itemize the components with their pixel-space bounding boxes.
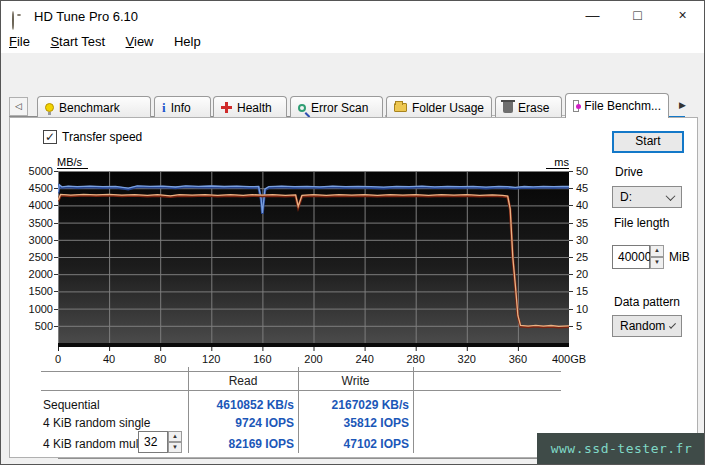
axis-tick-mark <box>54 223 58 224</box>
file-length-value: 40000 <box>618 250 651 264</box>
read-column-header: Read <box>188 374 298 388</box>
drive-dropdown[interactable]: D: <box>612 186 682 208</box>
y-axis-left-tick: 1500 <box>25 285 53 297</box>
spinner-up-button[interactable]: ▲ <box>168 431 182 442</box>
axis-tick-mark <box>569 240 573 241</box>
random-multi-write-value: 47102 IOPS <box>304 437 409 451</box>
data-pattern-dropdown[interactable]: Random <box>612 315 682 337</box>
axis-tick-mark <box>569 171 573 172</box>
chevron-down-icon <box>666 191 676 201</box>
health-cross-icon <box>221 102 232 113</box>
row-label-sequential: Sequential <box>43 398 100 412</box>
file-benchmark-icon <box>573 100 579 112</box>
tab-info[interactable]: i Info <box>154 96 211 118</box>
axis-tick-mark <box>569 223 573 224</box>
tab-benchmark[interactable]: Benchmark <box>37 96 151 118</box>
axis-tick-mark <box>54 205 58 206</box>
toolbar: WD Blue SN5000 1TB 87°F ↓ Exit <box>1 53 705 93</box>
tab-label: Error Scan <box>311 101 368 115</box>
axis-tick-mark <box>569 326 573 327</box>
y-axis-right-tick: 50 <box>576 165 588 177</box>
close-button[interactable]: × <box>660 1 705 31</box>
transfer-speed-label: Transfer speed <box>62 130 142 144</box>
file-length-label: File length <box>614 216 669 230</box>
y-axis-left-tick: 2500 <box>25 251 53 263</box>
tab-scroll-right-button[interactable]: ▶ <box>673 97 692 116</box>
axis-tick-mark <box>54 257 58 258</box>
y-axis-right-tick: 10 <box>576 303 588 315</box>
watermark: www.ssd-tester.fr <box>537 433 705 464</box>
tab-file-benchmark[interactable]: File Benchm... <box>565 93 669 118</box>
y-axis-left-tick: 3000 <box>25 234 53 246</box>
y-axis-left-tick: 5000 <box>25 165 53 177</box>
random-single-read-value: 9724 IOPS <box>194 416 294 430</box>
tab-label: Health <box>237 101 272 115</box>
tab-scroll-left-button[interactable]: ◁ <box>9 97 28 116</box>
row-label-random-multi: 4 KiB random multi <box>43 437 144 451</box>
tab-label: Folder Usage <box>412 101 484 115</box>
data-pattern-value: Random <box>620 319 665 333</box>
start-button[interactable]: Start <box>612 131 684 153</box>
y-axis-right-tick: 15 <box>576 285 588 297</box>
axis-tick-mark <box>54 309 58 310</box>
tab-health[interactable]: Health <box>213 96 287 118</box>
spinner-down-button[interactable]: ▼ <box>168 442 182 453</box>
window-title: HD Tune Pro 6.10 <box>34 9 138 24</box>
y-axis-left-tick: 1000 <box>25 303 53 315</box>
chevron-down-icon <box>669 321 676 328</box>
x-axis-tick: 360 <box>496 353 540 365</box>
table-divider <box>41 371 561 372</box>
random-single-write-value: 35812 IOPS <box>304 416 409 430</box>
tab-label: Erase <box>518 101 549 115</box>
axis-tick-mark <box>54 274 58 275</box>
file-length-input[interactable]: 40000 <box>612 245 650 269</box>
menu-start-test[interactable]: Start Test <box>42 31 113 52</box>
y-axis-right-tick: 35 <box>576 217 588 229</box>
y-axis-right-tick: 40 <box>576 199 588 211</box>
x-axis-tick: 120 <box>189 353 233 365</box>
minimize-button[interactable]: — <box>570 1 615 31</box>
title-bar: HD Tune Pro 6.10 — □ × <box>1 1 705 31</box>
tab-erase[interactable]: Erase <box>495 96 562 118</box>
y-axis-left-tick: 2000 <box>25 268 53 280</box>
x-axis-tick: 0 <box>36 353 80 365</box>
tab-error-scan[interactable]: Error Scan <box>290 96 383 118</box>
random-multi-read-value: 82169 IOPS <box>194 437 294 451</box>
menu-help[interactable]: Help <box>166 31 209 52</box>
transfer-speed-checkbox[interactable]: ✓ <box>43 130 57 144</box>
axis-tick-mark <box>54 291 58 292</box>
spinner-down-button[interactable]: ▼ <box>650 257 664 269</box>
transfer-speed-chart <box>58 171 569 351</box>
x-axis-tick: 280 <box>394 353 438 365</box>
write-column-header: Write <box>298 374 413 388</box>
menu-view[interactable]: View <box>118 31 162 52</box>
queue-depth-value: 32 <box>144 435 157 449</box>
x-axis-tick: 200 <box>292 353 336 365</box>
y-axis-left-tick: 4500 <box>25 182 53 194</box>
axis-tick-mark <box>569 274 573 275</box>
magnifier-icon <box>298 104 306 112</box>
axis-tick-mark <box>569 257 573 258</box>
x-axis-tick: 40 <box>87 353 131 365</box>
x-axis-tick: 320 <box>445 353 489 365</box>
info-icon: i <box>162 100 166 116</box>
axis-tick-mark <box>54 240 58 241</box>
maximize-button[interactable]: □ <box>615 1 660 31</box>
axis-tick-mark <box>54 188 58 189</box>
x-axis-tick: 240 <box>343 353 387 365</box>
hd-tune-window: HD Tune Pro 6.10 — □ × File Start Test V… <box>0 0 705 465</box>
tab-label: Info <box>171 101 191 115</box>
y-axis-right-tick: 25 <box>576 251 588 263</box>
row-label-random-single: 4 KiB random single <box>43 416 150 430</box>
x-axis-tick: 80 <box>138 353 182 365</box>
app-disk-icon <box>12 11 14 30</box>
queue-depth-input[interactable]: 32 <box>138 431 168 453</box>
tab-folder-usage[interactable]: Folder Usage <box>386 96 492 118</box>
spinner-up-button[interactable]: ▲ <box>650 245 664 257</box>
sequential-write-value: 2167029 KB/s <box>304 398 409 412</box>
menu-bar: File Start Test View Help <box>1 31 705 53</box>
menu-file[interactable]: File <box>1 31 38 52</box>
data-pattern-label: Data pattern <box>614 295 680 309</box>
queue-depth-spinner: ▲ ▼ <box>168 431 182 453</box>
axis-tick-mark <box>569 188 573 189</box>
